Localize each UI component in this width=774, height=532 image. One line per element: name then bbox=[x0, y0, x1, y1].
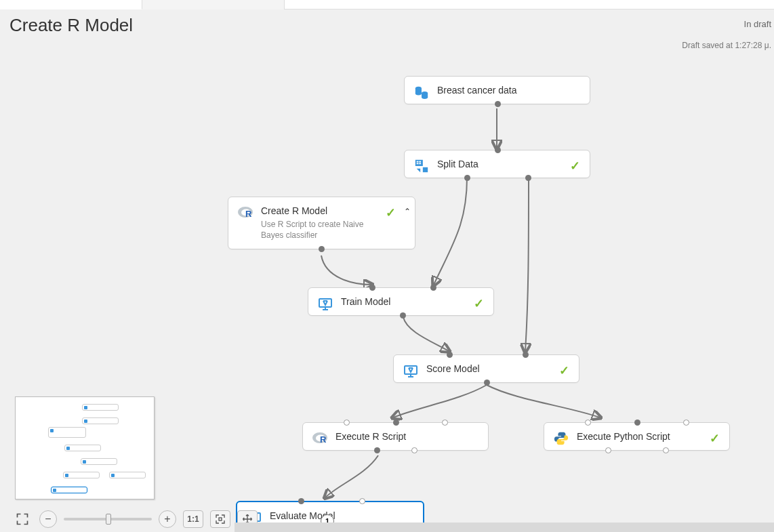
node-label: Train Model bbox=[341, 296, 483, 307]
zoom-slider[interactable] bbox=[64, 518, 152, 520]
input-port[interactable] bbox=[495, 147, 501, 153]
input-port-2[interactable] bbox=[359, 498, 365, 504]
node-split-data[interactable]: Split Data ✓ bbox=[404, 150, 590, 178]
node-label: Evaluate Model bbox=[270, 510, 412, 521]
zoom-thumb[interactable] bbox=[106, 514, 111, 525]
fit-to-screen-button[interactable] bbox=[210, 510, 230, 528]
input-port-3[interactable] bbox=[442, 420, 448, 426]
input-port-1[interactable] bbox=[585, 420, 591, 426]
mini-node bbox=[109, 472, 146, 478]
output-port[interactable] bbox=[319, 246, 325, 252]
input-port-3[interactable] bbox=[683, 420, 689, 426]
input-port-2[interactable] bbox=[430, 285, 436, 291]
node-create-r-model[interactable]: R Create R Model Use R Script to create … bbox=[228, 197, 415, 249]
output-port-2[interactable] bbox=[663, 447, 669, 453]
r-icon: R bbox=[311, 430, 329, 447]
output-port[interactable] bbox=[484, 380, 490, 386]
node-label: Split Data bbox=[437, 159, 579, 169]
zoom-out-button[interactable]: − bbox=[39, 510, 57, 528]
mini-node bbox=[82, 417, 119, 424]
output-port-2[interactable] bbox=[411, 447, 417, 453]
node-label: Create R Model bbox=[261, 205, 388, 216]
input-port-1[interactable] bbox=[447, 352, 453, 358]
node-train-model[interactable]: Train Model ✓ bbox=[308, 287, 494, 316]
svg-text:R: R bbox=[245, 209, 252, 219]
mini-node bbox=[48, 427, 86, 438]
r-icon: R bbox=[237, 204, 254, 222]
node-label: Execute Python Script bbox=[577, 431, 718, 442]
chevron-up-icon[interactable]: ⌃ bbox=[404, 207, 415, 216]
database-icon bbox=[413, 83, 430, 101]
svg-text:R: R bbox=[320, 434, 327, 445]
zoom-actual-button[interactable]: 1:1 bbox=[183, 510, 203, 528]
node-label: Execute R Script bbox=[335, 431, 477, 442]
svg-rect-21 bbox=[219, 518, 222, 520]
horizontal-scrollbar[interactable] bbox=[235, 523, 774, 532]
check-icon: ✓ bbox=[559, 363, 569, 378]
svg-point-2 bbox=[415, 91, 422, 96]
node-label: Score Model bbox=[426, 363, 568, 374]
train-model-icon bbox=[317, 295, 334, 312]
input-port-2[interactable] bbox=[393, 420, 399, 426]
output-port-1[interactable] bbox=[374, 447, 380, 453]
input-port-2[interactable] bbox=[523, 352, 529, 358]
mini-node bbox=[64, 445, 101, 451]
node-label: Breast cancer data bbox=[437, 85, 579, 96]
node-execute-r-script[interactable]: R Execute R Script bbox=[302, 422, 489, 451]
svg-rect-8 bbox=[419, 161, 421, 163]
node-description: Use R Script to create Naive Bayes class… bbox=[261, 219, 383, 241]
svg-rect-11 bbox=[423, 167, 428, 172]
check-icon: ✓ bbox=[474, 296, 484, 311]
minimap[interactable] bbox=[15, 396, 155, 499]
output-port-1[interactable] bbox=[464, 175, 470, 181]
zoom-in-button[interactable]: + bbox=[159, 510, 176, 528]
mini-node bbox=[63, 472, 100, 478]
input-port-1[interactable] bbox=[369, 285, 375, 291]
input-port-1[interactable] bbox=[298, 498, 304, 504]
svg-rect-6 bbox=[415, 160, 423, 166]
output-port-2[interactable] bbox=[525, 175, 531, 181]
svg-rect-7 bbox=[417, 161, 419, 163]
fullscreen-icon[interactable] bbox=[12, 510, 33, 528]
output-port[interactable] bbox=[400, 312, 406, 319]
mini-node bbox=[81, 458, 117, 465]
svg-rect-10 bbox=[419, 163, 421, 164]
bottom-toolbar: − + 1:1 bbox=[12, 510, 258, 528]
node-score-model[interactable]: Score Model ✓ bbox=[393, 354, 579, 383]
svg-rect-9 bbox=[417, 163, 419, 164]
input-port-2[interactable] bbox=[634, 420, 640, 426]
mini-node bbox=[82, 404, 119, 411]
check-icon: ✓ bbox=[710, 431, 720, 446]
output-port[interactable] bbox=[495, 101, 501, 107]
input-port-1[interactable] bbox=[344, 420, 350, 426]
python-icon bbox=[552, 430, 570, 447]
node-breast-cancer-data[interactable]: Breast cancer data bbox=[404, 76, 590, 104]
node-execute-python-script[interactable]: Execute Python Script ✓ bbox=[544, 422, 730, 451]
output-port-1[interactable] bbox=[605, 447, 611, 453]
check-icon: ✓ bbox=[570, 159, 580, 173]
svg-point-5 bbox=[422, 96, 428, 100]
check-icon: ✓ bbox=[386, 205, 396, 220]
mini-node-selected bbox=[51, 487, 87, 493]
score-model-icon bbox=[402, 362, 420, 380]
split-icon bbox=[413, 157, 430, 175]
